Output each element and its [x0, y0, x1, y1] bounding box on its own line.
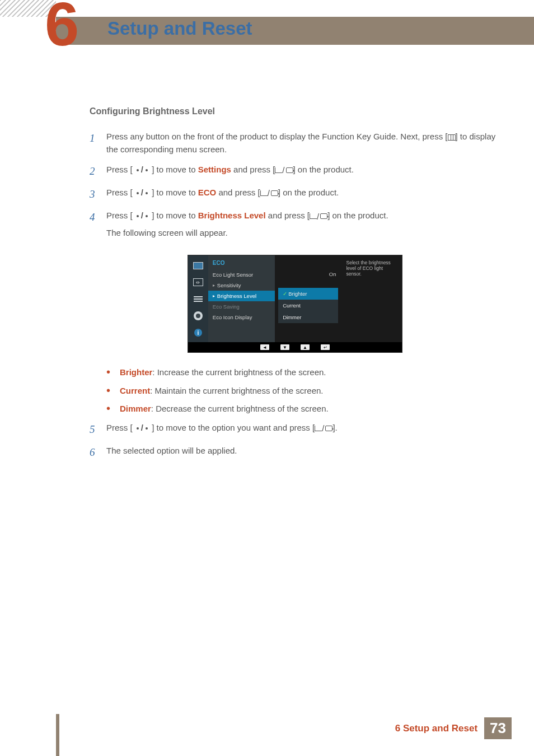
footer: 6 Setup and Reset 73	[395, 717, 512, 739]
osd-value-on: On	[329, 271, 336, 277]
step-2-text-d: ] on the product.	[293, 165, 354, 174]
osd-options-popup: ✓Brighter Current Dimmer	[278, 288, 338, 323]
step-4-followup: The following screen will appear.	[106, 226, 500, 239]
step-4-text-c: and press [	[266, 211, 310, 220]
gear-icon	[193, 311, 204, 320]
step-2-text-a: Press [	[106, 165, 133, 174]
step-6-text: The selected option will be applied.	[106, 444, 500, 460]
osd-item-eco-saving: Eco Saving	[208, 301, 275, 312]
step-number: 6	[90, 444, 106, 460]
step-4-highlight: Brightness Level	[198, 211, 266, 220]
step-3: 3 Press [ / ] to move to ECO and press […	[90, 186, 500, 202]
page-title: Setup and Reset	[107, 18, 252, 39]
footer-text: 6 Setup and Reset	[395, 723, 477, 734]
step-1-text-a: Press any button on the front of the pro…	[106, 132, 448, 141]
lines-icon	[193, 295, 204, 304]
dot-icon	[137, 192, 139, 194]
monitor-icon	[193, 261, 204, 270]
subheading: Configuring Brightness Level	[90, 106, 500, 116]
osd-option-dimmer: Dimmer	[278, 311, 338, 323]
osd-sidebar: ⇔ i	[188, 255, 208, 342]
osd-menu-list: ECO Eco Light Sensor Sensitivity Brightn…	[208, 255, 275, 342]
step-number: 4	[90, 209, 106, 239]
osd-item-eco-light-sensor: Eco Light Sensor	[208, 269, 275, 280]
step-number: 3	[90, 186, 106, 202]
step-2-text-c: and press [	[231, 165, 275, 174]
step-number: 2	[90, 163, 106, 179]
bullet-current: •Current: Maintain the current brightnes…	[106, 385, 500, 398]
osd-item-eco-icon-display: Eco Icon Display	[208, 312, 275, 323]
step-4-text-b: ] to move to	[152, 211, 198, 220]
osd-description: Select the brightness level of ECO light…	[341, 255, 402, 342]
enter-icon: /	[260, 186, 278, 199]
bullet-dimmer: •Dimmer: Decrease the current brightness…	[106, 403, 500, 416]
bullet-list: •Brighter: Increase the current brightne…	[106, 366, 500, 416]
dot-icon	[137, 169, 139, 171]
step-number: 1	[90, 130, 106, 156]
menu-icon	[448, 134, 456, 141]
step-2-highlight: Settings	[198, 165, 231, 174]
dot-icon	[146, 215, 148, 217]
step-4-text-d: ] on the product.	[327, 211, 388, 220]
page-number: 73	[484, 717, 512, 739]
osd-item-sensitivity: Sensitivity	[208, 280, 275, 291]
dot-icon	[146, 169, 148, 171]
content-area: Configuring Brightness Level 1 Press any…	[90, 106, 500, 468]
nav-down-icon: ▼	[280, 344, 289, 350]
dot-icon	[146, 427, 148, 430]
nav-up-icon: ▲	[301, 344, 310, 350]
step-1: 1 Press any button on the front of the p…	[90, 130, 500, 156]
osd-option-brighter: ✓Brighter	[278, 288, 338, 300]
dot-icon	[137, 215, 139, 217]
dot-icon	[146, 192, 148, 194]
chapter-number: 6	[45, 0, 79, 55]
step-4: 4 Press [ / ] to move to Brightness Leve…	[90, 209, 500, 239]
step-3-text-a: Press [	[106, 188, 133, 197]
dot-icon	[137, 427, 139, 430]
step-number: 5	[90, 421, 106, 437]
step-5-text-a: Press [	[106, 423, 133, 432]
osd-option-current: Current	[278, 300, 338, 311]
step-2: 2 Press [ / ] to move to Settings and pr…	[90, 163, 500, 179]
step-3-highlight: ECO	[198, 188, 217, 197]
info-icon: i	[193, 328, 204, 337]
enter-icon: /	[275, 164, 293, 176]
osd-screenshot: ⇔ i ECO Eco Light Sensor Sensitivity Bri…	[188, 255, 402, 353]
step-5: 5 Press [ / ] to move to the option you …	[90, 421, 500, 437]
step-3-text-d: ] on the product.	[278, 188, 339, 197]
bullet-brighter: •Brighter: Increase the current brightne…	[106, 366, 500, 379]
osd-title: ECO	[208, 259, 275, 269]
left-stripe-decoration	[56, 714, 59, 756]
step-6: 6 The selected option will be applied.	[90, 444, 500, 460]
step-4-text-a: Press [	[106, 211, 133, 220]
step-3-text-b: ] to move to	[152, 188, 198, 197]
osd-item-brightness-level: Brightness Level	[208, 291, 275, 301]
nav-enter-icon: ↵	[321, 344, 330, 350]
osd-nav-footer: ◄ ▼ ▲ ↵	[188, 342, 402, 352]
enter-icon: /	[315, 422, 332, 435]
osd-value-column: On ✓Brighter Current Dimmer	[275, 255, 341, 342]
nav-left-icon: ◄	[260, 344, 269, 350]
enter-icon: /	[310, 210, 327, 223]
step-5-text-b: ] to move to the option you want and pre…	[152, 423, 315, 432]
step-2-text-b: ] to move to	[152, 165, 198, 174]
arrows-icon: ⇔	[193, 278, 204, 287]
step-3-text-c: and press [	[216, 188, 260, 197]
